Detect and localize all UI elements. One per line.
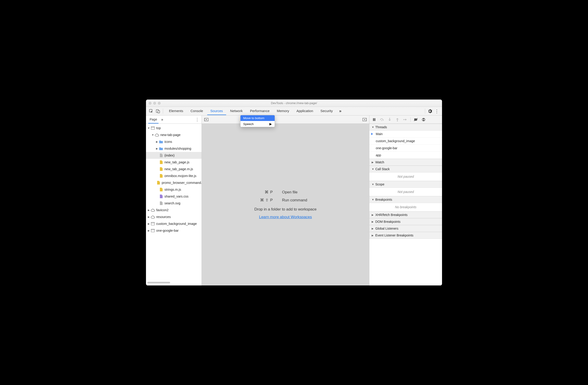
hint-run-command: ⌘ ⇧ P Run command xyxy=(243,198,328,203)
tree-item[interactable]: search.svg xyxy=(146,200,202,207)
tree-item-label: resources xyxy=(156,215,171,219)
tab-elements[interactable]: Elements xyxy=(166,107,187,115)
step-over-icon[interactable] xyxy=(378,116,385,123)
frame-icon xyxy=(151,229,155,233)
navigator-more-tabs-icon[interactable]: » xyxy=(161,118,163,122)
thread-item[interactable]: app xyxy=(369,152,442,159)
dom-breakpoints-section[interactable]: ▶DOM Breakpoints xyxy=(369,218,442,225)
watch-section[interactable]: ▶Watch xyxy=(369,159,442,166)
thread-item[interactable]: custom_background_image xyxy=(369,138,442,145)
tree-item-label: modules/shopping xyxy=(165,147,191,150)
toggle-debugger-icon[interactable] xyxy=(362,117,367,122)
tree-arrow-icon[interactable]: ▶ xyxy=(147,222,150,225)
context-menu-speech[interactable]: Speech▶ xyxy=(240,121,275,127)
tree-item[interactable]: strings.m.js xyxy=(146,186,202,193)
tree-item[interactable]: new_tab_page.js xyxy=(146,159,202,166)
doc-icon xyxy=(159,153,163,157)
tab-performance[interactable]: Performance xyxy=(247,107,273,115)
toggle-navigator-icon[interactable] xyxy=(204,117,209,122)
tree-item[interactable]: ▶custom_background_image xyxy=(146,220,202,227)
tree-item[interactable]: omnibox.mojom-lite.js xyxy=(146,172,202,179)
tab-application[interactable]: Application xyxy=(293,107,316,115)
pause-icon[interactable] xyxy=(371,116,378,123)
tree-item-label: icons xyxy=(165,140,172,144)
device-toolbar-icon[interactable] xyxy=(155,108,162,115)
settings-icon[interactable] xyxy=(426,108,433,115)
tree-arrow-icon[interactable]: ▶ xyxy=(156,140,158,143)
tab-network[interactable]: Network xyxy=(227,107,246,115)
tree-item[interactable]: ▶resources xyxy=(146,214,202,220)
thread-item[interactable]: one-google-bar xyxy=(369,145,442,152)
workspaces-link[interactable]: Learn more about Workspaces xyxy=(259,215,312,219)
tree-item[interactable]: ▶icons xyxy=(146,138,202,145)
frame-icon xyxy=(151,222,155,226)
step-into-icon[interactable] xyxy=(386,116,393,123)
open-file-shortcut: ⌘ P xyxy=(243,190,273,194)
svg-rect-2 xyxy=(158,110,160,113)
cloud-icon xyxy=(151,215,155,219)
main-toolbar: Elements Console Sources Network Perform… xyxy=(146,107,442,115)
callstack-section[interactable]: ▼Call Stack xyxy=(369,166,442,172)
pause-on-exceptions-icon[interactable] xyxy=(420,116,427,123)
tree-arrow-icon[interactable]: ▶ xyxy=(147,229,150,232)
navigator-tab-page[interactable]: Page xyxy=(148,116,159,124)
xhr-breakpoints-section[interactable]: ▶XHR/fetch Breakpoints xyxy=(369,212,442,218)
tab-console[interactable]: Console xyxy=(188,107,206,115)
file-tree: ▼top▼new-tab-page▶icons▶modules/shopping… xyxy=(146,124,202,280)
tree-arrow-icon[interactable]: ▼ xyxy=(151,133,154,136)
tree-item[interactable]: ▶favicon2 xyxy=(146,207,202,214)
breakpoints-section[interactable]: ▼Breakpoints xyxy=(369,196,442,203)
tree-item-label: new_tab_page.m.js xyxy=(165,167,193,171)
horizontal-scrollbar[interactable] xyxy=(147,282,200,284)
doc-icon xyxy=(159,201,163,205)
tree-item-label: new-tab-page xyxy=(160,133,181,137)
toolbar-separator xyxy=(425,109,425,114)
maximize-window-icon[interactable] xyxy=(158,102,161,105)
tree-item-label: one-google-bar xyxy=(156,229,179,232)
step-out-icon[interactable] xyxy=(394,116,401,123)
tree-arrow-icon[interactable]: ▶ xyxy=(147,215,150,218)
svg-rect-22 xyxy=(424,119,425,120)
tree-item[interactable]: (index) xyxy=(146,152,202,159)
more-tabs-icon[interactable]: » xyxy=(337,108,344,115)
tree-arrow-icon[interactable]: ▶ xyxy=(147,209,150,212)
tree-item[interactable]: shared_vars.css xyxy=(146,193,202,200)
deactivate-breakpoints-icon[interactable] xyxy=(412,116,419,123)
scope-section[interactable]: ▼Scope xyxy=(369,181,442,188)
navigator-menu-icon[interactable]: ⋮ xyxy=(195,117,199,122)
event-listener-section[interactable]: ▶Event Listener Breakpoints xyxy=(369,232,442,239)
tab-memory[interactable]: Memory xyxy=(274,107,293,115)
tree-item[interactable]: promo_browser_command.mojom xyxy=(146,179,202,186)
tree-item-label: custom_background_image xyxy=(156,222,197,226)
svg-rect-21 xyxy=(422,119,423,120)
global-listeners-section[interactable]: ▶Global Listeners xyxy=(369,225,442,232)
tree-arrow-icon[interactable]: ▶ xyxy=(156,147,158,150)
navigator-header: Page » ⋮ xyxy=(146,115,202,124)
tree-item[interactable]: ▼top xyxy=(146,125,202,131)
context-menu: Move to bottom Speech▶ xyxy=(240,115,275,127)
tree-item-label: new_tab_page.js xyxy=(165,160,189,164)
tree-item[interactable]: ▶one-google-bar xyxy=(146,227,202,234)
tree-item-label: search.svg xyxy=(165,201,180,205)
threads-section[interactable]: ▼Threads xyxy=(369,124,442,130)
tree-item[interactable]: ▶modules/shopping xyxy=(146,145,202,152)
inspect-element-icon[interactable] xyxy=(148,108,155,115)
folder-icon xyxy=(159,147,163,150)
svg-rect-7 xyxy=(151,229,155,232)
thread-main[interactable]: Main xyxy=(369,130,442,138)
svg-point-15 xyxy=(381,120,382,121)
tab-sources[interactable]: Sources xyxy=(207,107,226,115)
tree-item[interactable]: new_tab_page.m.js xyxy=(146,166,202,172)
tree-arrow-icon[interactable]: ▼ xyxy=(147,127,150,129)
minimize-window-icon[interactable] xyxy=(153,102,156,105)
tree-item-label: omnibox.mojom-lite.js xyxy=(165,174,196,178)
svg-point-17 xyxy=(397,121,398,121)
close-window-icon[interactable] xyxy=(149,102,151,105)
js-icon xyxy=(159,167,163,171)
kebab-menu-icon[interactable]: ⋮ xyxy=(433,108,440,115)
context-menu-move-to-bottom[interactable]: Move to bottom xyxy=(240,115,275,121)
tree-item-label: promo_browser_command.mojom xyxy=(162,181,202,185)
step-icon[interactable] xyxy=(402,116,409,123)
tree-item[interactable]: ▼new-tab-page xyxy=(146,131,202,138)
tab-security[interactable]: Security xyxy=(317,107,336,115)
